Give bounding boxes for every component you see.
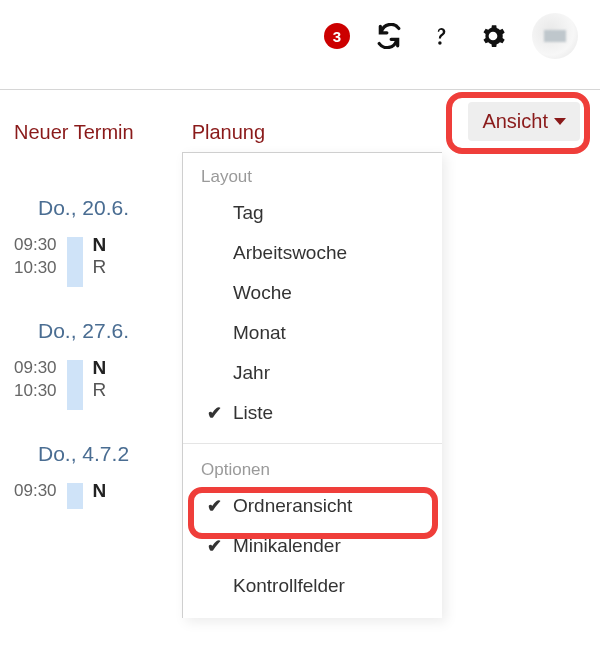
event-title: N <box>93 234 107 256</box>
view-dropdown-menu: Layout Tag Arbeitswoche Woche Monat Jahr… <box>182 152 442 618</box>
gear-icon[interactable] <box>480 23 506 49</box>
event-times: 09:30 <box>14 480 57 503</box>
event-row[interactable]: 09:30 10:30 N R <box>14 234 180 287</box>
view-dropdown-button[interactable]: Ansicht <box>468 102 580 141</box>
option-label: Ordneransicht <box>227 495 352 517</box>
event-location: R <box>93 379 107 401</box>
view-option-monat[interactable]: Monat <box>183 313 442 353</box>
view-option-tag[interactable]: Tag <box>183 193 442 233</box>
view-dropdown-label: Ansicht <box>482 110 548 133</box>
date-heading: Do., 20.6. <box>38 196 180 220</box>
view-option-arbeitswoche[interactable]: Arbeitswoche <box>183 233 442 273</box>
notification-badge[interactable]: 3 <box>324 23 350 49</box>
event-list: Do., 20.6. 09:30 10:30 N R Do., 27.6. 09… <box>0 170 180 541</box>
event-title: N <box>93 480 107 502</box>
view-option-label: Liste <box>227 402 273 424</box>
event-row[interactable]: 09:30 N <box>14 480 180 509</box>
dropdown-section-layout: Layout <box>183 153 442 193</box>
event-times: 09:30 10:30 <box>14 357 57 403</box>
planning-button[interactable]: Planung <box>192 121 265 144</box>
option-kontrollfelder[interactable]: Kontrollfelder <box>183 566 442 606</box>
chevron-down-icon <box>554 118 566 125</box>
event-start: 09:30 <box>14 357 57 380</box>
topbar: 3 <box>0 0 600 72</box>
check-icon: ✔ <box>201 402 227 424</box>
view-option-label: Monat <box>227 322 286 344</box>
view-option-label: Jahr <box>227 362 270 384</box>
view-option-woche[interactable]: Woche <box>183 273 442 313</box>
refresh-icon[interactable] <box>376 23 402 49</box>
new-event-button[interactable]: Neuer Termin <box>14 121 134 144</box>
event-text: N R <box>93 357 107 401</box>
avatar[interactable] <box>532 13 578 59</box>
event-row[interactable]: 09:30 10:30 N R <box>14 357 180 410</box>
event-text: N <box>93 480 107 502</box>
event-color-bar <box>67 360 83 410</box>
event-end: 10:30 <box>14 257 57 280</box>
help-icon[interactable] <box>428 23 454 49</box>
date-heading: Do., 27.6. <box>38 319 180 343</box>
svg-point-0 <box>438 41 441 44</box>
check-icon: ✔ <box>201 495 227 517</box>
event-title: N <box>93 357 107 379</box>
option-label: Kontrollfelder <box>227 575 345 597</box>
view-option-liste[interactable]: ✔ Liste <box>183 393 442 433</box>
date-heading: Do., 4.7.2 <box>38 442 180 466</box>
event-start: 09:30 <box>14 480 57 503</box>
event-text: N R <box>93 234 107 278</box>
event-color-bar <box>67 483 83 509</box>
option-minikalender[interactable]: ✔ Minikalender <box>183 526 442 566</box>
view-option-jahr[interactable]: Jahr <box>183 353 442 393</box>
event-location: R <box>93 256 107 278</box>
option-label: Minikalender <box>227 535 341 557</box>
dropdown-separator <box>183 443 442 444</box>
view-option-label: Woche <box>227 282 292 304</box>
option-ordneransicht[interactable]: ✔ Ordneransicht <box>183 486 442 526</box>
view-option-label: Arbeitswoche <box>227 242 347 264</box>
notification-count: 3 <box>333 28 341 45</box>
event-color-bar <box>67 237 83 287</box>
event-times: 09:30 10:30 <box>14 234 57 280</box>
view-option-label: Tag <box>227 202 264 224</box>
check-icon: ✔ <box>201 535 227 557</box>
divider <box>0 89 600 90</box>
dropdown-section-options: Optionen <box>183 446 442 486</box>
event-start: 09:30 <box>14 234 57 257</box>
event-end: 10:30 <box>14 380 57 403</box>
